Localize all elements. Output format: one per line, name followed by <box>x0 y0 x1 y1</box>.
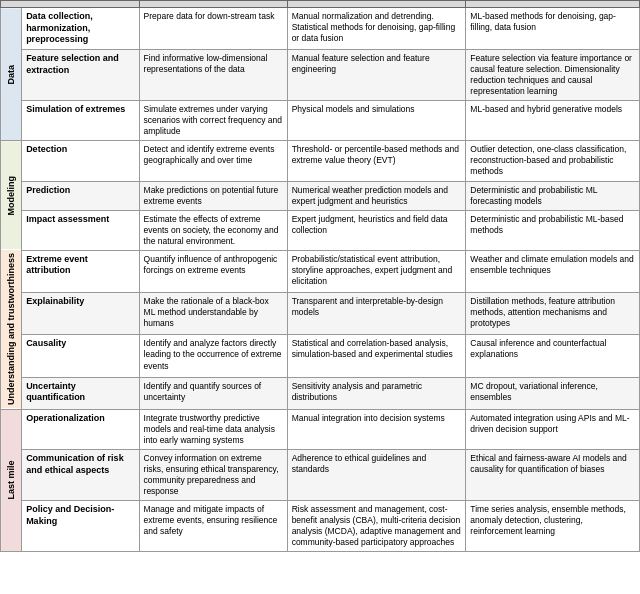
aspect-cell: Detection <box>22 141 139 181</box>
standard-methods-cell: Probabilistic/statistical event attribut… <box>287 250 466 292</box>
standard-methods-cell: Statistical and correlation-based analys… <box>287 335 466 377</box>
aspect-cell: Simulation of extremes <box>22 101 139 141</box>
ai-methods-cell: Feature selection via feature importance… <box>466 50 640 101</box>
ai-methods-cell: ML-based methods for denoising, gap-fill… <box>466 8 640 50</box>
standard-methods-cell: Adherence to ethical guidelines and stan… <box>287 449 466 500</box>
task-cell: Identify and quantify sources of uncerta… <box>139 377 287 409</box>
ai-methods-cell: Deterministic and probabilistic ML-based… <box>466 210 640 250</box>
aspect-cell: Causality <box>22 335 139 377</box>
standard-methods-cell: Threshold- or percentile-based methods a… <box>287 141 466 181</box>
standard-methods-cell: Expert judgment, heuristics and field da… <box>287 210 466 250</box>
standard-methods-cell: Numerical weather prediction models and … <box>287 181 466 210</box>
category-cell-last-mile: Last mile <box>1 409 22 552</box>
task-cell: Make predictions on potential future ext… <box>139 181 287 210</box>
ai-methods-cell: ML-based and hybrid generative models <box>466 101 640 141</box>
ai-methods-cell: Automated integration using APIs and ML-… <box>466 409 640 449</box>
task-header <box>139 1 287 8</box>
aspect-cell: Feature selection and extraction <box>22 50 139 101</box>
aspect-cell: Communication of risk and ethical aspect… <box>22 449 139 500</box>
ai-methods-cell: Time series analysis, ensemble methods, … <box>466 501 640 552</box>
ai-methods-header <box>466 1 640 8</box>
standard-methods-cell: Risk assessment and management, cost-ben… <box>287 501 466 552</box>
task-cell: Find informative low-dimensional represe… <box>139 50 287 101</box>
task-cell: Make the rationale of a black-box ML met… <box>139 293 287 335</box>
category-cell-understanding-and-trustworthiness: Understanding and trustworthiness <box>1 250 22 409</box>
standard-methods-cell: Physical models and simulations <box>287 101 466 141</box>
aspect-cell: Operationalization <box>22 409 139 449</box>
aspect-cell: Uncertainty quantification <box>22 377 139 409</box>
ai-methods-cell: Distillation methods, feature attributio… <box>466 293 640 335</box>
ai-methods-cell: Outlier detection, one-class classificat… <box>466 141 640 181</box>
task-cell: Detect and identify extreme events geogr… <box>139 141 287 181</box>
standard-methods-cell: Manual normalization and detrending. Sta… <box>287 8 466 50</box>
standard-methods-cell: Manual feature selection and feature eng… <box>287 50 466 101</box>
aspect-cell: Policy and Decision-Making <box>22 501 139 552</box>
standard-methods-header <box>287 1 466 8</box>
task-cell: Convey information on extreme risks, ens… <box>139 449 287 500</box>
main-table: DataData collection, harmonization, prep… <box>0 0 640 552</box>
task-cell: Simulate extremes under varying scenario… <box>139 101 287 141</box>
aspect-cell: Extreme event attribution <box>22 250 139 292</box>
aspect-cell: Prediction <box>22 181 139 210</box>
standard-methods-cell: Transparent and interpretable-by-design … <box>287 293 466 335</box>
task-cell: Estimate the effects of extreme events o… <box>139 210 287 250</box>
ai-methods-cell: Causal inference and counterfactual expl… <box>466 335 640 377</box>
category-cell-data: Data <box>1 8 22 141</box>
category-cell-modeling: Modeling <box>1 141 22 250</box>
task-cell: Quantify influence of anthropogenic forc… <box>139 250 287 292</box>
ai-methods-cell: Weather and climate emulation models and… <box>466 250 640 292</box>
ai-methods-cell: Deterministic and probabilistic ML forec… <box>466 181 640 210</box>
ai-methods-cell: Ethical and fairness-aware AI models and… <box>466 449 640 500</box>
aspect-cell: Data collection, harmonization, preproce… <box>22 8 139 50</box>
standard-methods-cell: Sensitivity analysis and parametric dist… <box>287 377 466 409</box>
aspect-header <box>1 1 140 8</box>
task-cell: Manage and mitigate impacts of extreme e… <box>139 501 287 552</box>
ai-methods-cell: MC dropout, variational inference, ensem… <box>466 377 640 409</box>
aspect-cell: Impact assessment <box>22 210 139 250</box>
task-cell: Prepare data for down-stream task <box>139 8 287 50</box>
task-cell: Integrate trustworthy predictive models … <box>139 409 287 449</box>
aspect-cell: Explainability <box>22 293 139 335</box>
standard-methods-cell: Manual integration into decision systems <box>287 409 466 449</box>
task-cell: Identify and analyze factors directly le… <box>139 335 287 377</box>
